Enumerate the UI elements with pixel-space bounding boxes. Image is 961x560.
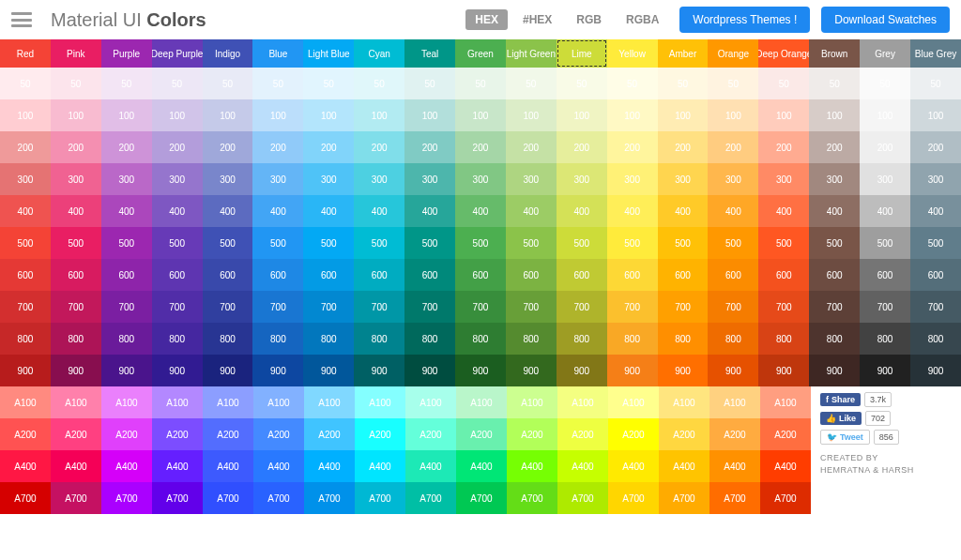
swatch[interactable]: 100 (860, 99, 910, 131)
swatch[interactable]: A100 (507, 386, 557, 418)
swatch[interactable]: 300 (455, 163, 506, 195)
hue-light-blue[interactable]: Light Blue (303, 39, 354, 68)
swatch[interactable]: A400 (203, 450, 253, 482)
swatch[interactable]: 200 (51, 131, 101, 163)
swatch[interactable]: 900 (809, 355, 860, 386)
swatch[interactable]: A400 (355, 450, 405, 482)
swatch[interactable]: 400 (303, 195, 354, 227)
swatch[interactable]: A400 (709, 450, 760, 482)
swatch[interactable]: 400 (708, 195, 758, 227)
swatch[interactable]: 100 (354, 99, 404, 131)
swatch[interactable]: 300 (152, 163, 203, 195)
swatch[interactable]: 800 (860, 323, 910, 355)
swatch[interactable]: 300 (708, 163, 758, 195)
swatch[interactable]: 200 (101, 131, 152, 163)
swatch[interactable]: 600 (203, 259, 253, 291)
swatch[interactable]: A400 (608, 450, 659, 482)
swatch[interactable]: 100 (557, 99, 607, 131)
swatch[interactable]: 800 (203, 323, 253, 355)
swatch[interactable]: 700 (101, 291, 152, 323)
swatch[interactable]: A700 (304, 482, 355, 514)
swatch[interactable]: A200 (203, 418, 253, 450)
swatch[interactable]: 700 (303, 291, 354, 323)
swatch[interactable]: 400 (455, 195, 506, 227)
swatch[interactable]: 200 (860, 131, 910, 163)
swatch[interactable]: A100 (203, 386, 253, 418)
swatch[interactable]: 300 (252, 163, 303, 195)
swatch[interactable]: 600 (910, 259, 961, 291)
swatch[interactable]: 800 (910, 323, 961, 355)
swatch[interactable]: A400 (659, 450, 709, 482)
swatch[interactable]: A400 (405, 450, 456, 482)
swatch[interactable]: 900 (506, 355, 557, 386)
swatch[interactable]: 900 (252, 355, 303, 386)
swatch[interactable]: 100 (152, 99, 203, 131)
swatch[interactable]: 600 (51, 259, 101, 291)
swatch[interactable]: 200 (557, 131, 607, 163)
swatch[interactable]: 50 (101, 68, 152, 99)
swatch[interactable]: 400 (404, 195, 455, 227)
swatch[interactable]: A700 (152, 482, 203, 514)
swatch[interactable]: 400 (506, 195, 557, 227)
swatch[interactable]: 50 (910, 68, 961, 99)
swatch[interactable]: A100 (760, 386, 811, 418)
swatch[interactable]: 800 (809, 323, 860, 355)
swatch[interactable]: A100 (456, 386, 507, 418)
swatch[interactable]: 100 (506, 99, 557, 131)
swatch[interactable]: 200 (152, 131, 203, 163)
swatch[interactable]: 900 (404, 355, 455, 386)
swatch[interactable]: 700 (708, 291, 758, 323)
swatch[interactable]: 500 (607, 227, 658, 259)
swatch[interactable]: 300 (51, 163, 101, 195)
swatch[interactable]: 400 (607, 195, 658, 227)
fb-like-button[interactable]: 👍 Like 702 (820, 411, 952, 426)
hue-yellow[interactable]: Yellow (607, 39, 658, 68)
swatch[interactable]: 700 (557, 291, 607, 323)
swatch[interactable]: A200 (101, 418, 152, 450)
swatch[interactable]: 50 (303, 68, 354, 99)
tweet-button[interactable]: 🐦 Tweet 856 (820, 430, 952, 445)
swatch[interactable]: A200 (507, 418, 557, 450)
swatch[interactable]: 900 (860, 355, 910, 386)
swatch[interactable]: 900 (152, 355, 203, 386)
swatch[interactable]: A400 (304, 450, 355, 482)
swatch[interactable]: A100 (101, 386, 152, 418)
swatch[interactable]: 400 (203, 195, 253, 227)
swatch[interactable]: A100 (557, 386, 608, 418)
swatch[interactable]: 50 (557, 68, 607, 99)
swatch[interactable]: 400 (758, 195, 809, 227)
swatch[interactable]: 800 (607, 323, 658, 355)
swatch[interactable]: 200 (506, 131, 557, 163)
swatch[interactable]: 600 (303, 259, 354, 291)
swatch[interactable]: A700 (760, 482, 811, 514)
swatch[interactable]: 700 (607, 291, 658, 323)
swatch[interactable]: A200 (405, 418, 456, 450)
swatch[interactable]: 500 (758, 227, 809, 259)
wordpress-themes-button[interactable]: Wordpress Themes ! (679, 7, 810, 33)
swatch[interactable]: A400 (101, 450, 152, 482)
swatch[interactable]: 600 (557, 259, 607, 291)
swatch[interactable]: A700 (101, 482, 152, 514)
swatch[interactable]: 500 (101, 227, 152, 259)
swatch[interactable]: 900 (101, 355, 152, 386)
swatch[interactable]: 400 (252, 195, 303, 227)
hue-orange[interactable]: Orange (708, 39, 758, 68)
hue-teal[interactable]: Teal (404, 39, 455, 68)
hue-deep-orange[interactable]: Deep Orange (758, 39, 809, 68)
menu-icon[interactable] (11, 12, 32, 27)
swatch[interactable]: A200 (253, 418, 304, 450)
swatch[interactable]: 900 (354, 355, 404, 386)
swatch[interactable]: 50 (708, 68, 758, 99)
swatch[interactable]: 800 (404, 323, 455, 355)
swatch[interactable]: A400 (456, 450, 507, 482)
swatch[interactable]: 100 (455, 99, 506, 131)
swatch[interactable]: 600 (0, 259, 51, 291)
swatch[interactable]: 300 (658, 163, 709, 195)
swatch[interactable]: 800 (51, 323, 101, 355)
swatch[interactable]: 50 (152, 68, 203, 99)
hue-lime[interactable]: Lime (557, 39, 607, 68)
swatch[interactable]: 500 (455, 227, 506, 259)
hue-cyan[interactable]: Cyan (354, 39, 404, 68)
swatch[interactable]: 500 (0, 227, 51, 259)
swatch[interactable]: 900 (607, 355, 658, 386)
